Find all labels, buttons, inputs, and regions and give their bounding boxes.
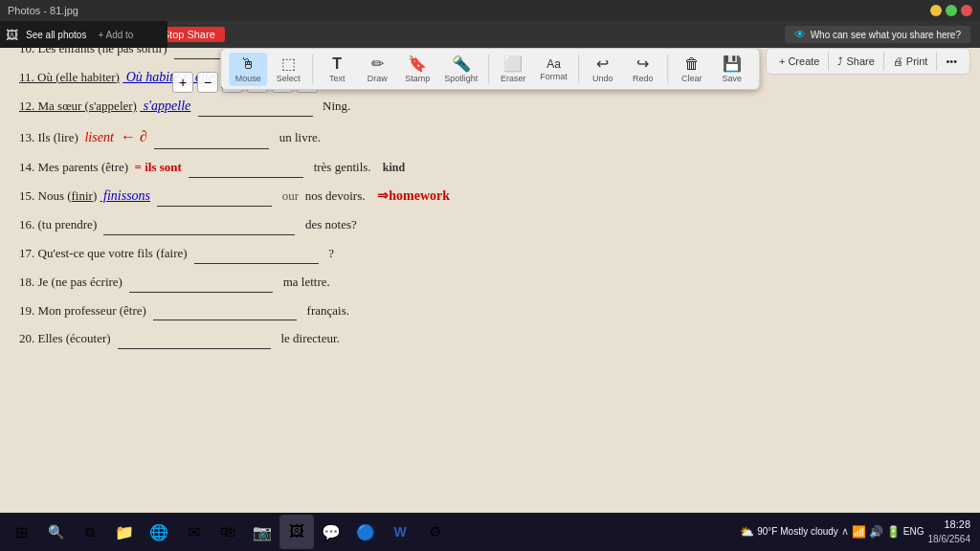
toolbar-draw[interactable]: ✏ Draw <box>358 52 396 86</box>
search-button[interactable]: 🔍 <box>38 515 73 549</box>
rt-separator-2 <box>883 52 884 71</box>
photos-icon: 🖼 <box>6 28 18 42</box>
taskbar-right: ⛅ 90°F Mostly cloudy ∧ 📶 🔊 🔋 ENG 18:28 1… <box>740 518 976 545</box>
ws-line-15: 15. Nous (finir) finissons our nos devoi… <box>19 186 961 207</box>
toolbar-clear[interactable]: 🗑 Clear <box>673 53 711 86</box>
line-suffix-12: Ning. <box>320 99 351 113</box>
more-button[interactable]: ••• <box>941 53 962 70</box>
rt-separator-1 <box>828 52 829 71</box>
select-icon: ⬚ <box>281 55 296 73</box>
taskbar-clock[interactable]: 18:28 18/6/2564 <box>928 518 971 545</box>
minimize-button[interactable] <box>930 5 942 16</box>
create-icon: + <box>779 55 785 67</box>
task-view-button[interactable]: ⧉ <box>73 515 107 549</box>
answer-15: finissons <box>100 188 151 203</box>
print-icon: 🖨 <box>893 55 903 67</box>
line-suffix-15: nos devoirs. <box>301 188 365 203</box>
spotlight-icon: 🔦 <box>452 55 471 73</box>
edge-button[interactable]: 🌐 <box>142 515 176 549</box>
chevron-icon[interactable]: ∧ <box>841 525 849 538</box>
toolbar-save[interactable]: 💾 Save <box>713 52 751 86</box>
toolbar-stamp[interactable]: 🔖 Stamp <box>398 52 436 86</box>
word-button[interactable]: W <box>383 515 417 549</box>
eye-icon: 👁 <box>794 28 806 41</box>
answer-blank-15 <box>157 186 272 207</box>
answer-12: s'appelle <box>140 99 190 113</box>
titlebar-title: Photos - 81.jpg <box>8 5 78 16</box>
edge-icon: 🌐 <box>149 523 168 541</box>
zoom-out-button[interactable]: − <box>197 72 218 93</box>
line-num-16: 16. (tu prendre) <box>19 217 97 231</box>
store-icon: 🛍 <box>220 523 235 540</box>
print-button[interactable]: 🖨 Print <box>888 53 933 70</box>
answer-blank-18 <box>129 272 273 293</box>
redo-icon: ↪ <box>636 55 649 73</box>
who-can-see-bar: 👁 Who can see what you share here? <box>785 26 970 43</box>
line-suffix-13: un livre. <box>276 130 321 144</box>
battery-icon: 🔋 <box>886 525 901 539</box>
camera-button[interactable]: 📷 <box>245 515 279 549</box>
toolbar-redo[interactable]: ↪ Redo <box>624 52 662 86</box>
add-to-button[interactable]: + Add to <box>98 30 133 40</box>
maximize-button[interactable] <box>946 5 957 16</box>
date-display: 18/6/2564 <box>928 533 971 546</box>
line-suffix-16: des notes? <box>302 217 357 231</box>
weather-icon: ⛅ <box>740 525 754 539</box>
rt-separator-3 <box>936 52 937 71</box>
text-icon: T <box>332 55 342 73</box>
toolbar-spotlight[interactable]: 🔦 Spotlight <box>438 52 483 86</box>
network-icon: 📶 <box>852 525 866 539</box>
ws-line-16: 16. (tu prendre) des notes? <box>19 214 961 235</box>
line-suffix-20: le directeur. <box>278 331 340 345</box>
line-button[interactable]: 💬 <box>314 515 348 549</box>
arrow-13: ← ∂ <box>117 128 147 144</box>
mid-text-15: our <box>279 188 300 203</box>
toolbar-select[interactable]: ⬚ Select <box>269 52 307 86</box>
volume-icon: 🔊 <box>869 525 883 539</box>
answer-blank-19 <box>153 300 297 321</box>
close-button[interactable] <box>961 5 972 16</box>
share-icon: ⤴ <box>837 55 843 67</box>
start-button[interactable]: ⊞ <box>4 515 38 549</box>
answer-blank-20 <box>118 328 271 349</box>
create-button[interactable]: + Create <box>774 53 824 70</box>
zoom-taskbar-button[interactable]: 🔵 <box>348 515 383 549</box>
share-button[interactable]: ⤴ Share <box>833 53 879 70</box>
see-all-photos-button[interactable]: See all photos <box>26 30 86 40</box>
line-num-17: 17. Qu'est-ce que votre fils (faire) <box>19 246 188 260</box>
store-button[interactable]: 🛍 <box>211 515 245 549</box>
mouse-icon: 🖱 <box>240 55 256 73</box>
zoom-in-button[interactable]: + <box>172 72 193 93</box>
zoom-icon: 🔵 <box>356 523 375 541</box>
draw-icon: ✏ <box>371 55 384 73</box>
mail-icon: ✉ <box>188 523 200 541</box>
photos-taskbar-button[interactable]: 🖼 <box>279 515 314 549</box>
toolbar-separator-4 <box>667 55 668 83</box>
right-toolbar: + Create ⤴ Share 🖨 Print ••• <box>766 48 970 75</box>
answer-13: lisent <box>81 130 114 144</box>
answer-blank-14 <box>189 157 303 178</box>
toolbar-undo[interactable]: ↩ Undo <box>584 52 622 86</box>
settings-taskbar-button[interactable]: ⚙ <box>417 515 452 549</box>
main-toolbar: 🖱 Mouse ⬚ Select T Text ✏ Draw 🔖 Stamp 🔦… <box>220 48 760 90</box>
folder-icon: 📁 <box>115 523 134 541</box>
file-explorer-button[interactable]: 📁 <box>107 515 142 549</box>
line-num-12: 12. Ma sœur (s'appeler) <box>19 99 137 113</box>
task-view-icon: ⧉ <box>85 524 95 540</box>
answer-blank-12 <box>198 97 313 118</box>
line-num-11: 11. Où (elle habiter) <box>19 70 120 84</box>
toolbar-eraser[interactable]: ⬜ Eraser <box>494 52 532 86</box>
toolbar-separator-3 <box>578 55 579 83</box>
toolbar-mouse[interactable]: 🖱 Mouse <box>229 53 267 86</box>
line-suffix-18: ma lettre. <box>279 275 329 289</box>
titlebar-controls <box>930 5 972 16</box>
answer-blank-17 <box>194 243 319 264</box>
toolbar-text[interactable]: T Text <box>318 53 356 86</box>
note-15: ⇒homework <box>374 188 450 203</box>
line-suffix-17: ? <box>325 246 334 260</box>
toolbar-format[interactable]: Aa Format <box>534 55 573 84</box>
mail-button[interactable]: ✉ <box>176 515 211 549</box>
line-num-14: 14. Mes parents (être) <box>19 160 128 174</box>
who-can-see-text: Who can see what you share here? <box>811 30 961 40</box>
undo-icon: ↩ <box>596 55 609 73</box>
